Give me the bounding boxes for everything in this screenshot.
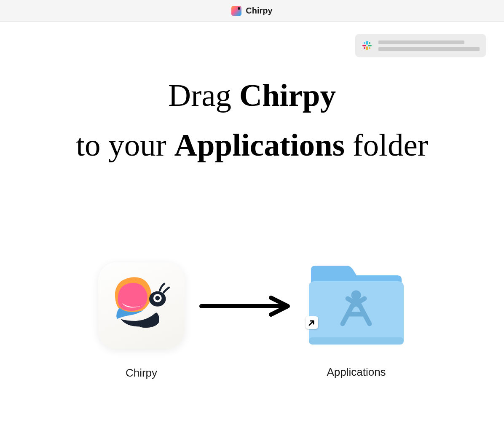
svg-point-14 [354,293,359,298]
instruction-text-bold: Applications [174,127,345,162]
chirpy-app-item[interactable]: Chirpy [98,262,185,380]
instruction-text-part: folder [345,127,428,162]
notification-content [378,40,480,51]
svg-point-5 [369,42,370,44]
notification-text-placeholder [378,40,464,44]
svg-point-4 [364,42,365,44]
arrow-right-icon [197,294,294,319]
instruction-text-bold: Chirpy [239,78,336,113]
shortcut-arrow-icon [306,316,318,329]
svg-point-10 [155,296,160,300]
svg-rect-0 [366,41,368,45]
chirpy-app-icon [98,262,185,349]
slack-icon [362,40,373,51]
notification-toast[interactable] [355,34,486,57]
applications-folder-icon [307,264,406,348]
chirpy-app-label: Chirpy [126,366,157,380]
chirpy-app-icon-small [231,6,241,16]
instruction-text-part: to your [76,127,174,162]
svg-point-6 [369,47,370,49]
svg-point-7 [364,47,365,49]
instruction-line-1: Drag Chirpy [0,75,504,116]
drag-install-area: Chirpy [0,262,504,380]
drag-arrow [197,294,294,319]
window-title: Chirpy [246,6,272,16]
svg-rect-13 [309,337,404,345]
applications-folder-label: Applications [327,366,386,379]
svg-rect-3 [362,45,366,46]
window-titlebar: Chirpy [0,0,504,22]
svg-rect-2 [366,46,368,50]
instruction-text: Drag Chirpy to your Applications folder [0,75,504,165]
instruction-line-2: to your Applications folder [0,124,504,166]
instruction-text-part: Drag [168,78,239,113]
svg-rect-1 [368,45,372,46]
applications-folder-item[interactable]: Applications [307,264,406,379]
notification-text-placeholder [378,47,480,51]
